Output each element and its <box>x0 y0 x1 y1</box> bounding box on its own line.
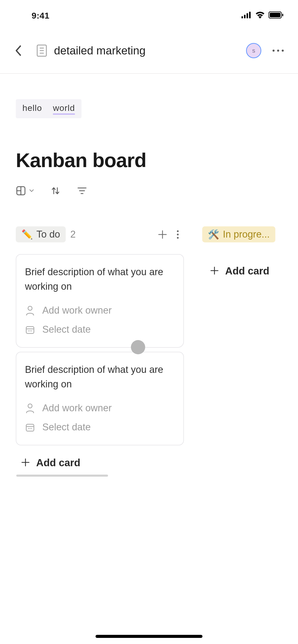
svg-rect-0 <box>241 16 243 18</box>
column-name: In progre... <box>223 229 270 240</box>
view-controls <box>16 186 282 196</box>
code-block[interactable]: hello world <box>16 99 82 118</box>
svg-rect-23 <box>26 327 34 333</box>
column-tag[interactable]: 🛠️ In progre... <box>202 226 275 242</box>
layout-icon <box>16 186 26 196</box>
more-menu-button[interactable] <box>270 50 286 52</box>
column-header: 🛠️ In progre... <box>202 226 282 242</box>
svg-rect-6 <box>282 14 283 16</box>
svg-point-31 <box>28 428 29 429</box>
card-title: Brief description of what you are workin… <box>25 265 175 294</box>
plus-icon <box>210 266 219 276</box>
status-icons <box>241 11 284 20</box>
svg-rect-2 <box>247 13 248 18</box>
svg-point-28 <box>28 404 32 408</box>
cellular-icon <box>241 12 252 19</box>
svg-point-27 <box>31 330 32 331</box>
card-title: Brief description of what you are workin… <box>25 362 175 391</box>
pencil-emoji-icon: ✏️ <box>21 229 33 240</box>
chevron-left-icon <box>15 45 22 56</box>
document-icon <box>36 45 48 57</box>
dot-icon <box>277 50 279 52</box>
dot-icon <box>282 50 284 52</box>
svg-point-26 <box>30 330 31 331</box>
column-header: ✏️ To do 2 <box>16 226 184 242</box>
column-more-button[interactable] <box>172 228 184 241</box>
status-time: 9:41 <box>14 11 49 21</box>
column-todo: ✏️ To do 2 Brief description of what you… <box>16 226 184 477</box>
person-icon <box>25 403 35 413</box>
add-card-label: Add card <box>36 457 80 469</box>
filter-button[interactable] <box>77 187 87 195</box>
nav-bar: detailed marketing s <box>0 28 298 74</box>
chevron-down-icon <box>29 189 34 193</box>
svg-rect-1 <box>244 15 246 18</box>
page-title[interactable]: Kanban board <box>16 149 282 172</box>
svg-rect-5 <box>270 13 280 17</box>
wifi-icon <box>255 11 265 20</box>
card-owner-row[interactable]: Add work owner <box>25 305 175 316</box>
kanban-card[interactable]: Brief description of what you are workin… <box>16 254 184 348</box>
card-owner-row[interactable]: Add work owner <box>25 403 175 414</box>
card-owner-label: Add work owner <box>42 403 112 414</box>
svg-point-19 <box>177 230 179 232</box>
vertical-dots-icon <box>177 230 179 239</box>
add-card-button[interactable]: Add card <box>16 457 184 469</box>
filter-icon <box>77 187 87 195</box>
page-content: hello world Kanban board ✏️ To do 2 <box>0 74 298 477</box>
battery-icon <box>268 11 284 20</box>
page-name[interactable]: detailed marketing <box>54 44 246 57</box>
layout-view-button[interactable] <box>16 186 34 196</box>
sort-button[interactable] <box>50 186 61 196</box>
add-card-label: Add card <box>225 265 269 277</box>
sort-icon <box>50 186 61 196</box>
horizontal-scroll-indicator <box>16 475 108 477</box>
svg-point-33 <box>31 428 32 429</box>
card-date-row[interactable]: Select date <box>25 422 175 433</box>
svg-rect-3 <box>249 12 251 18</box>
plus-icon <box>21 458 30 468</box>
code-word-link[interactable]: world <box>53 103 75 115</box>
calendar-icon <box>25 422 35 432</box>
dot-icon <box>273 50 275 52</box>
kanban-board: ✏️ To do 2 Brief description of what you… <box>16 226 282 477</box>
svg-point-22 <box>28 306 32 310</box>
card-date-row[interactable]: Select date <box>25 324 175 335</box>
tools-emoji-icon: 🛠️ <box>208 229 219 240</box>
svg-point-32 <box>30 428 31 429</box>
column-in-progress: 🛠️ In progre... Add card <box>202 226 282 477</box>
column-count: 2 <box>70 229 76 240</box>
svg-point-20 <box>177 233 179 235</box>
svg-point-25 <box>28 330 29 331</box>
status-bar: 9:41 <box>0 0 298 28</box>
add-card-icon-button[interactable] <box>156 228 169 241</box>
card-date-label: Select date <box>42 422 91 433</box>
calendar-icon <box>25 325 35 335</box>
kanban-card[interactable]: Brief description of what you are workin… <box>16 352 184 445</box>
svg-rect-29 <box>26 424 34 431</box>
back-button[interactable] <box>12 45 24 57</box>
column-tag[interactable]: ✏️ To do <box>16 226 66 242</box>
column-name: To do <box>36 229 60 240</box>
avatar[interactable]: s <box>246 43 261 58</box>
plus-icon <box>158 230 167 239</box>
svg-point-21 <box>177 237 179 239</box>
touch-indicator <box>131 340 145 354</box>
person-icon <box>25 305 35 316</box>
add-card-button[interactable]: Add card <box>202 265 282 277</box>
card-date-label: Select date <box>42 324 91 335</box>
card-owner-label: Add work owner <box>42 305 112 316</box>
code-word: hello <box>22 103 42 113</box>
home-indicator[interactable] <box>96 635 202 638</box>
